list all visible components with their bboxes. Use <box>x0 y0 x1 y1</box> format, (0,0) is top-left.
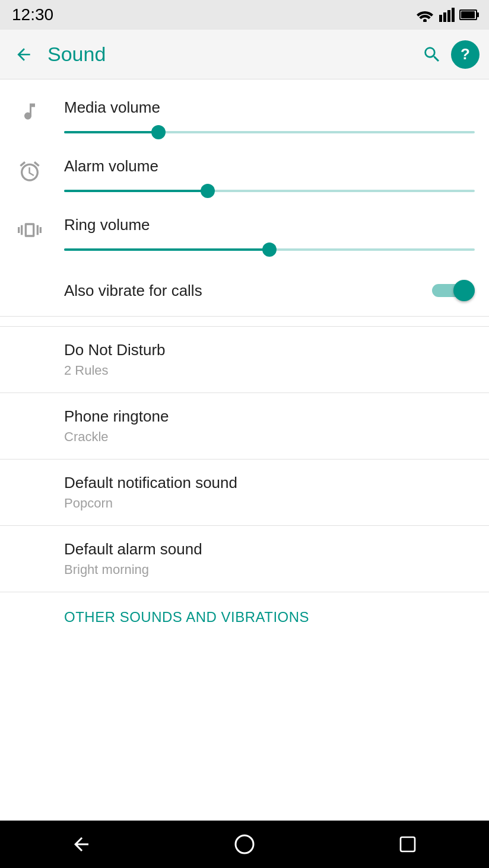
media-volume-item: Media volume <box>0 89 489 148</box>
alarm-volume-slider[interactable] <box>64 185 475 197</box>
toggle-thumb <box>453 280 475 301</box>
alarm-volume-label: Alarm volume <box>64 157 475 175</box>
nav-bar <box>0 821 489 868</box>
vibrate-icon <box>18 218 42 242</box>
back-arrow-icon <box>14 45 33 64</box>
app-bar-actions: ? <box>418 40 480 69</box>
nav-home-button[interactable] <box>221 821 268 868</box>
svg-rect-1 <box>439 15 442 22</box>
do-not-disturb-subtitle: 2 Rules <box>64 363 475 378</box>
battery-icon <box>459 9 477 20</box>
ring-volume-item: Ring volume <box>0 206 489 265</box>
ring-volume-icon <box>14 218 45 242</box>
help-icon: ? <box>461 45 470 63</box>
alarm-volume-icon <box>14 159 45 183</box>
other-sounds-label: Other sounds and vibrations <box>64 609 309 625</box>
media-volume-icon <box>14 101 45 122</box>
media-volume-slider[interactable] <box>64 126 475 138</box>
svg-rect-6 <box>401 837 415 851</box>
alarm-clock-icon <box>18 159 42 183</box>
default-notification-sound-title: Default notification sound <box>64 474 475 492</box>
svg-rect-3 <box>447 10 450 22</box>
phone-ringtone-title: Phone ringtone <box>64 407 475 426</box>
phone-ringtone-item[interactable]: Phone ringtone Crackle <box>0 393 489 459</box>
ring-volume-label: Ring volume <box>64 216 475 234</box>
status-bar: 12:30 <box>0 0 489 30</box>
back-button[interactable] <box>9 40 38 69</box>
page-title: Sound <box>47 43 418 66</box>
default-notification-sound-item[interactable]: Default notification sound Popcorn <box>0 459 489 526</box>
svg-rect-2 <box>443 12 446 22</box>
content-area: Media volume Alarm volume <box>0 79 489 821</box>
svg-point-5 <box>236 835 253 853</box>
vibrate-for-calls-toggle[interactable] <box>432 279 475 302</box>
app-bar: Sound ? <box>0 30 489 79</box>
phone-ringtone-subtitle: Crackle <box>64 429 475 445</box>
media-volume-label: Media volume <box>64 98 475 117</box>
help-button[interactable]: ? <box>451 40 480 69</box>
music-note-icon <box>19 101 40 122</box>
svg-point-0 <box>423 19 427 22</box>
default-alarm-sound-subtitle: Bright morning <box>64 562 475 577</box>
do-not-disturb-title: Do Not Disturb <box>64 341 475 359</box>
nav-recents-icon <box>398 835 417 854</box>
ring-volume-slider[interactable] <box>64 244 475 256</box>
media-volume-content: Media volume <box>64 98 475 138</box>
nav-back-icon <box>71 834 92 855</box>
ring-volume-content: Ring volume <box>64 216 475 256</box>
other-sounds-link[interactable]: Other sounds and vibrations <box>0 592 489 642</box>
search-button[interactable] <box>418 40 446 69</box>
search-icon <box>422 44 442 65</box>
nav-home-icon <box>234 834 255 855</box>
status-time: 12:30 <box>12 5 53 24</box>
alarm-volume-item: Alarm volume <box>0 148 489 206</box>
svg-rect-4 <box>452 8 455 22</box>
default-alarm-sound-title: Default alarm sound <box>64 540 475 559</box>
alarm-volume-content: Alarm volume <box>64 157 475 197</box>
nav-back-button[interactable] <box>58 821 105 868</box>
vibrate-for-calls-label: Also vibrate for calls <box>64 282 202 300</box>
default-alarm-sound-item[interactable]: Default alarm sound Bright morning <box>0 526 489 592</box>
status-icons <box>415 8 477 22</box>
vibrate-for-calls-row[interactable]: Also vibrate for calls <box>0 265 489 317</box>
signal-icon <box>439 8 455 22</box>
volume-section: Media volume Alarm volume <box>0 79 489 327</box>
wifi-icon <box>415 8 434 22</box>
do-not-disturb-item[interactable]: Do Not Disturb 2 Rules <box>0 327 489 393</box>
default-notification-sound-subtitle: Popcorn <box>64 496 475 511</box>
nav-recents-button[interactable] <box>384 821 431 868</box>
